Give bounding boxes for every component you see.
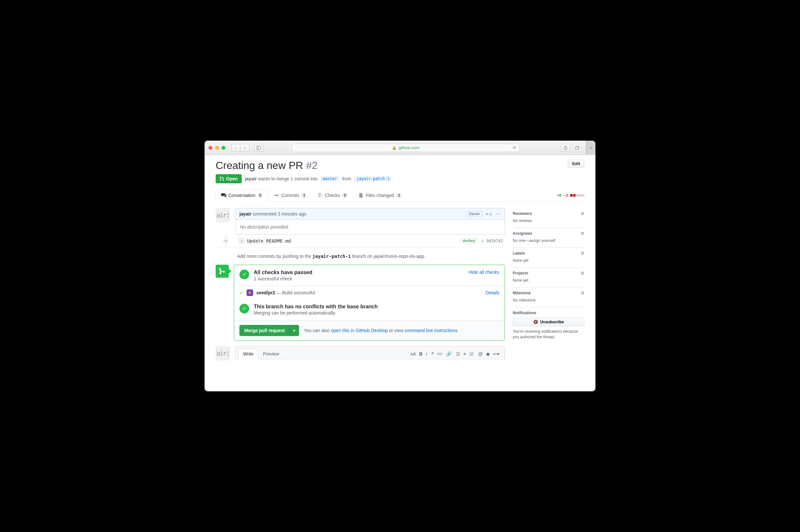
- author-avatar[interactable]: air¦: [216, 208, 230, 222]
- edit-button[interactable]: Edit: [568, 159, 584, 168]
- mention-icon[interactable]: @: [478, 351, 483, 357]
- new-comment-row: air¦ Write Preview AA B i: [216, 346, 505, 360]
- success-check-icon: [239, 270, 249, 279]
- owner-badge: Owner: [466, 211, 482, 217]
- no-conflicts-sub: Merging can be performed automatically.: [254, 310, 378, 316]
- no-conflicts-title: This branch has no conflicts with the ba…: [254, 304, 378, 310]
- cli-instructions-link[interactable]: command line instructions: [405, 328, 457, 333]
- traffic-lights: [208, 146, 225, 150]
- open-desktop-link[interactable]: open this in GitHub Desktop: [331, 328, 388, 333]
- commit-author-avatar[interactable]: a: [238, 238, 245, 244]
- svg-rect-0: [257, 146, 261, 149]
- pr-title: Creating a new PR #2: [216, 159, 318, 172]
- milestone-heading: Milestone: [513, 291, 531, 295]
- checks-passed-title: All checks have passed: [254, 270, 312, 276]
- minimize-window[interactable]: [215, 146, 219, 150]
- commit-sha[interactable]: 9d2b742: [486, 239, 503, 243]
- gear-icon[interactable]: ⚙: [581, 291, 584, 295]
- labels-heading: Labels: [513, 251, 525, 255]
- close-window[interactable]: [208, 146, 212, 150]
- lock-icon: 🔒: [392, 146, 397, 150]
- projects-heading: Projects: [513, 271, 528, 276]
- seed-app-icon: [246, 289, 253, 296]
- main-column: air¦ jayair commented 3 minutes ago Owne…: [216, 208, 505, 391]
- sidebar: Reviewers⚙ No reviews Assignees⚙ No one—…: [513, 208, 584, 391]
- italic-icon[interactable]: i: [426, 351, 427, 357]
- quote-icon[interactable]: ❝: [431, 351, 434, 357]
- merge-options-caret[interactable]: ▾: [290, 325, 299, 336]
- titlebar-right: [561, 144, 582, 152]
- commit-row: a Update README.md Verified ✓ 9d2b742: [216, 234, 505, 248]
- reply-icon[interactable]: ↩▾: [493, 351, 499, 357]
- check-details-link[interactable]: Details: [485, 290, 499, 295]
- compose-preview-tab[interactable]: Preview: [258, 349, 284, 359]
- ol-icon[interactable]: ≡: [464, 351, 466, 357]
- gear-icon[interactable]: ⚙: [581, 271, 584, 276]
- share-button[interactable]: [561, 144, 570, 152]
- mute-icon: 🔇: [533, 320, 538, 324]
- bold-icon[interactable]: B: [419, 351, 423, 357]
- tab-commits[interactable]: Commits 1: [269, 189, 312, 201]
- git-pr-icon: [220, 176, 224, 181]
- comment-author[interactable]: jayair: [239, 211, 252, 216]
- assignees-heading: Assignees: [513, 231, 532, 236]
- nav-buttons: ‹ ›: [231, 144, 249, 152]
- commit-message[interactable]: Update README.md: [247, 238, 291, 244]
- check-icon: ✓: [481, 238, 484, 244]
- gear-icon[interactable]: ⚙: [581, 231, 584, 236]
- unsubscribe-button[interactable]: 🔇 Unsubscribe: [513, 318, 584, 326]
- comment-timestamp: commented 3 minutes ago: [253, 211, 306, 216]
- sidebar-toggle[interactable]: [254, 144, 263, 152]
- pr-description-comment: jayair commented 3 minutes ago Owner +☺ …: [235, 208, 505, 234]
- comment-menu-icon[interactable]: ⋯: [496, 211, 501, 216]
- comment-body: No description provided.: [236, 220, 505, 234]
- tab-checks[interactable]: Checks 0: [312, 189, 353, 201]
- forward-button[interactable]: ›: [240, 144, 249, 152]
- merge-box: All checks have passed 1 successful chec…: [234, 265, 505, 341]
- new-tab-button[interactable]: ＋: [586, 141, 595, 155]
- check-item: ✓ seed/pr2 — Build successful Details: [234, 286, 505, 299]
- merge-status-icon: [216, 265, 229, 278]
- projects-body: None yet: [513, 278, 584, 283]
- address-bar[interactable]: 🔒 github.com ⟳: [292, 144, 519, 152]
- reviewers-heading: Reviewers: [513, 211, 532, 216]
- verified-badge[interactable]: Verified: [460, 238, 477, 244]
- tab-files-changed[interactable]: Files changed 1: [353, 189, 407, 201]
- page-content: Creating a new PR #2 Edit Open jayair wa…: [205, 155, 595, 391]
- compose-write-tab[interactable]: Write: [238, 348, 258, 359]
- checklist-icon: [318, 193, 323, 198]
- reload-icon[interactable]: ⟳: [513, 145, 516, 150]
- safari-window: ‹ › 🔒 github.com ⟳ ＋ Creating a new PR #…: [205, 141, 595, 391]
- assign-yourself-link[interactable]: No one—assign yourself: [513, 238, 555, 243]
- back-button[interactable]: ‹: [231, 144, 240, 152]
- pr-tabs: Conversation 0 Commits 1 Checks 0 Files …: [216, 189, 584, 202]
- link-icon[interactable]: 🔗: [446, 351, 451, 357]
- pr-author[interactable]: jayair: [245, 176, 257, 182]
- notifications-note: You're receiving notifications because y…: [513, 329, 584, 340]
- text-size-icon[interactable]: AA: [410, 351, 416, 357]
- hide-checks-link[interactable]: Hide all checks: [469, 270, 499, 275]
- titlebar: ‹ › 🔒 github.com ⟳ ＋: [205, 141, 595, 155]
- base-branch[interactable]: master: [321, 176, 339, 182]
- diffstat: +0 −2: [557, 193, 584, 197]
- success-check-icon: [239, 304, 249, 314]
- zoom-window[interactable]: [222, 146, 225, 150]
- push-hint: Add more commits by pushing to the jayai…: [216, 248, 505, 265]
- ul-icon[interactable]: ☰: [456, 351, 460, 357]
- commit-node-icon: [223, 239, 228, 243]
- head-branch[interactable]: jayair-patch-1: [354, 176, 391, 182]
- check-name[interactable]: seed/pr2: [256, 290, 275, 295]
- add-reaction-icon[interactable]: +☺: [486, 211, 493, 216]
- notifications-heading: Notifications: [513, 310, 537, 315]
- gear-icon[interactable]: ⚙: [581, 251, 584, 255]
- merge-pr-button[interactable]: Merge pull request: [239, 325, 290, 336]
- url-domain: github.com: [399, 145, 420, 150]
- gear-icon[interactable]: ⚙: [581, 211, 584, 216]
- current-user-avatar[interactable]: air¦: [216, 346, 230, 360]
- code-icon[interactable]: <>: [437, 351, 442, 357]
- tab-conversation[interactable]: Conversation 0: [216, 189, 269, 202]
- tabs-button[interactable]: [573, 144, 582, 152]
- saved-reply-icon[interactable]: ◉: [486, 351, 490, 357]
- tasklist-icon[interactable]: ☑: [469, 351, 473, 357]
- diff-blocks: [570, 194, 584, 197]
